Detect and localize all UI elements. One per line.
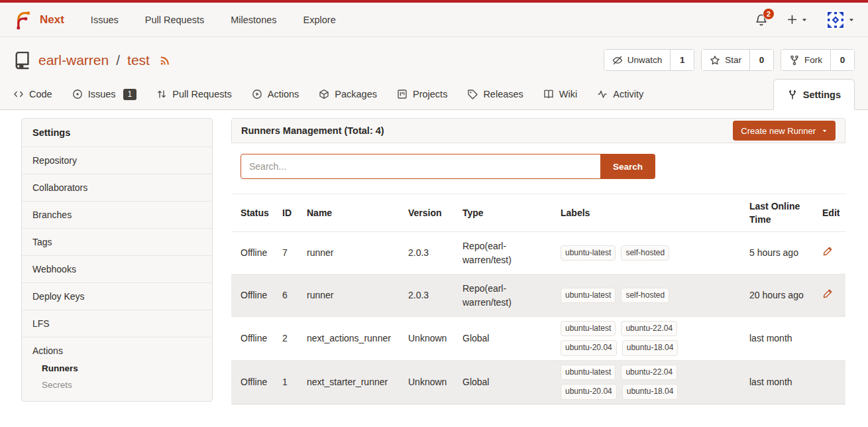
runner-version: Unknown	[408, 332, 462, 345]
pull-request-icon	[156, 89, 167, 99]
tab-settings-label: Settings	[803, 90, 841, 100]
tab-code-label: Code	[29, 89, 52, 99]
settings-content: Settings RepositoryCollaboratorsBranches…	[0, 110, 868, 404]
sidebar-subitem-runners[interactable]: Runners	[22, 360, 212, 377]
sidebar-item-tags[interactable]: Tags	[22, 228, 212, 255]
unwatch-label: Unwatch	[627, 55, 663, 65]
repo-name-link[interactable]: test	[127, 52, 150, 68]
user-menu-button[interactable]	[826, 11, 855, 29]
runner-label-badge: ubuntu-22.04	[621, 321, 677, 336]
col-edit: Edit	[822, 206, 846, 219]
brand-home-link[interactable]: Next	[13, 10, 64, 30]
runner-edit-cell	[822, 288, 845, 302]
repo-tabbar: CodeIssues1Pull RequestsActionsPackagesP…	[0, 79, 868, 110]
create-new-menu-button[interactable]	[787, 14, 808, 25]
unwatch-count[interactable]: 1	[670, 50, 694, 70]
runner-id: 7	[282, 246, 307, 259]
rss-feed-icon[interactable]	[159, 54, 172, 66]
notifications-button[interactable]: 2	[755, 13, 768, 27]
pulse-icon	[597, 89, 608, 99]
caret-down-icon	[801, 17, 808, 23]
col-labels: Labels	[561, 206, 749, 219]
runner-name: next_actions_runner	[307, 332, 408, 345]
tab-releases[interactable]: Releases	[467, 79, 523, 109]
sidebar-item-branches[interactable]: Branches	[22, 201, 212, 228]
repo-actions: Unwatch1Star0Fork0	[604, 49, 855, 71]
create-new-runner-button[interactable]: Create new Runner	[733, 121, 836, 141]
tab-pull-requests[interactable]: Pull Requests	[156, 79, 231, 109]
tab-packages[interactable]: Packages	[319, 79, 377, 109]
caret-down-icon	[848, 17, 855, 23]
tab-pull-requests-label: Pull Requests	[172, 89, 231, 99]
fork-button-group: Fork0	[781, 49, 855, 71]
runner-labels: ubuntu-latestubuntu-22.04ubuntu-20.04ubu…	[561, 317, 693, 360]
runner-labels: ubuntu-latestself-hosted	[561, 284, 693, 307]
sidebar-item-actions[interactable]: Actions	[22, 345, 212, 360]
notification-count-badge: 2	[763, 9, 774, 19]
runner-name: runner	[307, 246, 408, 259]
runner-status: Offline	[241, 246, 282, 259]
unwatch-button[interactable]: Unwatch	[604, 50, 671, 70]
runner-status: Offline	[241, 332, 282, 345]
tab-activity[interactable]: Activity	[597, 79, 643, 109]
repo-separator: /	[116, 52, 120, 68]
sidebar-actions-sublist: RunnersSecrets	[22, 360, 212, 393]
tab-wiki[interactable]: Wiki	[543, 79, 577, 109]
fork-count[interactable]: 0	[830, 50, 854, 70]
runner-labels: ubuntu-latestubuntu-22.04ubuntu-20.04ubu…	[561, 361, 693, 404]
pencil-icon	[822, 246, 833, 257]
sidebar-subitem-secrets[interactable]: Secrets	[22, 377, 212, 393]
sidebar-item-lfs[interactable]: LFS	[22, 310, 212, 337]
col-id: ID	[282, 206, 307, 219]
runner-search-row: Search	[231, 143, 845, 188]
create-new-runner-label: Create new Runner	[741, 126, 816, 136]
runner-last-online: last month	[749, 332, 822, 345]
runner-search-button[interactable]: Search	[600, 154, 655, 179]
tab-packages-label: Packages	[335, 89, 377, 99]
runner-name: next_starter_runner	[307, 375, 408, 389]
runner-version: 2.0.3	[408, 246, 462, 259]
runner-search-input[interactable]	[241, 154, 601, 179]
edit-runner-button[interactable]	[822, 288, 833, 301]
star-label: Star	[725, 55, 741, 65]
runners-table-header: StatusIDNameVersionTypeLabelsLast Online…	[231, 194, 845, 231]
sidebar-item-collaborators[interactable]: Collaborators	[22, 174, 212, 201]
fork-icon	[789, 55, 800, 66]
tab-issues[interactable]: Issues1	[72, 79, 137, 109]
runner-row: Offline2next_actions_runnerUnknownGlobal…	[231, 316, 845, 360]
tab-settings[interactable]: Settings	[773, 79, 855, 110]
nav-link-milestones[interactable]: Milestones	[231, 15, 276, 25]
runner-label-badge: ubuntu-20.04	[561, 340, 617, 355]
eye-slash-icon	[612, 55, 623, 66]
nav-links: IssuesPull RequestsMilestonesExplore	[91, 15, 362, 25]
sidebar-item-deploy-keys[interactable]: Deploy Keys	[22, 282, 212, 310]
col-type: Type	[462, 206, 561, 219]
runner-status: Offline	[241, 375, 282, 389]
sidebar-item-webhooks[interactable]: Webhooks	[22, 255, 212, 282]
col-name: Name	[307, 206, 408, 219]
nav-link-issues[interactable]: Issues	[91, 15, 119, 25]
star-button[interactable]: Star	[702, 50, 749, 70]
col-last-online-time: Last Online Time	[749, 200, 822, 227]
sidebar-item-repository[interactable]: Repository	[22, 147, 212, 174]
play-icon	[252, 89, 262, 99]
sidebar-header: Settings	[22, 119, 212, 147]
runner-label-badge: ubuntu-20.04	[561, 384, 617, 399]
runner-label-badge: ubuntu-latest	[561, 288, 616, 303]
repo-header-section: earl-warren / test Unwatch1Star0Fork0 Co…	[0, 37, 868, 110]
star-count[interactable]: 0	[749, 50, 773, 70]
edit-runner-button[interactable]	[822, 246, 833, 259]
tab-actions[interactable]: Actions	[252, 79, 299, 109]
star-button-group: Star0	[701, 49, 774, 71]
runner-label-badge: ubuntu-latest	[561, 245, 616, 261]
repo-owner-link[interactable]: earl-warren	[38, 52, 109, 68]
fork-button[interactable]: Fork	[781, 50, 830, 70]
nav-link-pull-requests[interactable]: Pull Requests	[145, 15, 204, 25]
runner-id: 6	[282, 288, 307, 302]
tab-projects[interactable]: Projects	[397, 79, 447, 109]
runners-panel: Runners Management (Total: 4) Create new…	[231, 118, 845, 404]
tab-code[interactable]: Code	[13, 79, 52, 109]
nav-link-explore[interactable]: Explore	[303, 15, 336, 25]
star-icon	[710, 55, 720, 66]
runner-version: 2.0.3	[408, 288, 462, 302]
